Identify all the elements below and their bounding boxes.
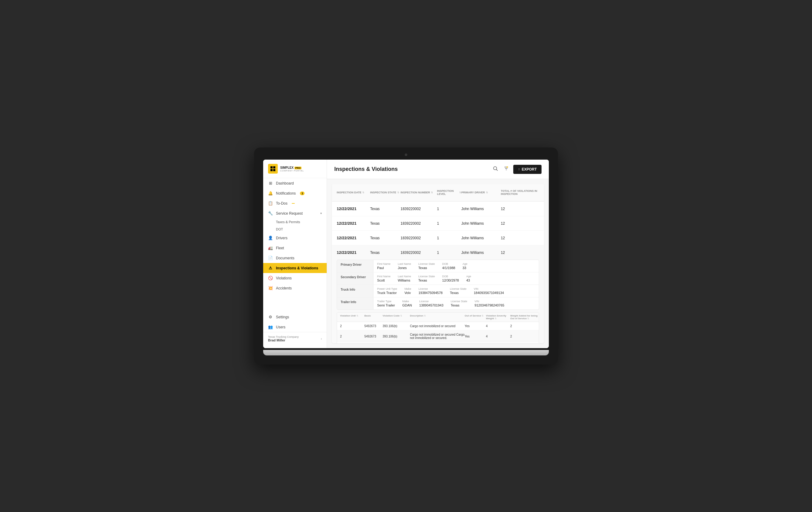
sidebar-item-drivers[interactable]: 👤 Drivers (263, 233, 327, 243)
sidebar-item-settings[interactable]: ⚙ Settings (263, 312, 327, 322)
service-request-arrow: ▾ (320, 211, 322, 215)
search-button[interactable] (491, 165, 499, 174)
secondary-driver-age: Age 43 (466, 275, 471, 282)
v-sort-desc: ⇅ (424, 315, 426, 317)
sort-icon-date: ⇅ (362, 191, 365, 194)
logo-name: SIMPLEX PRO (280, 166, 304, 170)
sidebar-item-drivers-label: Drivers (276, 236, 288, 240)
violation-row[interactable]: 2 5492673 393.106(b) Cargo not immobiliz… (337, 331, 539, 342)
sidebar-item-documents[interactable]: 📄 Documents (263, 253, 327, 263)
accidents-icon: 💥 (268, 286, 273, 290)
trailer-type: Trailer Type Semi Trailer (377, 300, 395, 307)
expanded-detail: Primary Driver First Name Paul Last Name… (332, 260, 544, 343)
sidebar-item-violations[interactable]: 🚫 Violations (263, 273, 327, 283)
v-cell-basic-2: 5492673 (365, 335, 383, 338)
cell-state-3: Texas (370, 236, 401, 240)
trailer-info-label: Trailer Info (337, 297, 374, 310)
cell-number-3: 1839220002 (401, 236, 437, 240)
sidebar-item-todos[interactable]: 📋 To-Dos (263, 198, 327, 208)
v-cell-basic-1: 5492673 (365, 324, 383, 328)
v-cell-severity-2: 4 (486, 335, 510, 338)
truck-license-state: License State Texas (450, 287, 466, 294)
sort-icon-level: ⇅ (459, 191, 461, 194)
sidebar-item-notifications[interactable]: 🔔 Notifications 1 (263, 188, 327, 198)
table-row[interactable]: 12/22/2021 Texas 1839220002 1 John Willi… (332, 231, 544, 245)
service-request-icon: 🔧 (268, 211, 273, 216)
v-cell-code-2: 393.106(b) (383, 335, 410, 338)
sidebar-item-service-request-label: Service Request (276, 211, 303, 216)
sort-icon-number: ⇅ (431, 191, 433, 194)
v-sort-severity: ⇅ (495, 317, 497, 319)
sidebar-item-users[interactable]: 👥 Users (263, 322, 327, 332)
v-th-basic: Basic (365, 314, 383, 320)
logo-icon (268, 164, 278, 174)
export-icon: ↑ (518, 167, 520, 171)
taxes-permits-label: Taxes & Permits (276, 220, 300, 224)
sidebar-item-dashboard[interactable]: ⊞ Dashboard (263, 178, 327, 188)
table-row-expanded[interactable]: 12/22/2021 Texas 1839220002 1 John Willi… (332, 245, 544, 260)
sidebar-item-documents-label: Documents (276, 256, 294, 260)
user-footer[interactable]: Texas Trucking Company Brad Miller › (263, 332, 327, 345)
v-th-severity: Violation Severity Weight ⇅ (486, 314, 510, 320)
sidebar-item-service-request[interactable]: 🔧 Service Request ▾ (263, 208, 327, 218)
sort-icon-state: ⇅ (397, 191, 399, 194)
sidebar-item-taxes-permits[interactable]: Taxes & Permits (263, 218, 327, 226)
cell-date-2: 12/22/2021 (337, 221, 370, 226)
v-cell-wadded-2: 2 (510, 335, 539, 338)
filter-button[interactable] (502, 165, 510, 174)
sidebar-item-inspections[interactable]: ⚠ Inspections & Violations (263, 263, 327, 273)
secondary-driver-label: Secondary Driver (337, 273, 374, 285)
secondary-driver-row: Secondary Driver First Name Scott Last N… (337, 273, 539, 285)
v-sort-weight-added: ⇅ (527, 317, 529, 319)
trailer-info-row: Trailer Info Trailer Type Semi Trailer M… (337, 297, 539, 310)
sidebar-item-accidents[interactable]: 💥 Accidents (263, 283, 327, 293)
svg-rect-2 (270, 169, 272, 171)
sidebar-item-inspections-label: Inspections & Violations (276, 266, 318, 270)
th-level: Inspection Level ⇅ (437, 187, 461, 199)
sidebar-item-fleet[interactable]: 🚛 Fleet (263, 243, 327, 253)
sidebar-item-dot[interactable]: DOT (263, 226, 327, 233)
inspections-icon: ⚠ (268, 266, 273, 270)
user-footer-text: Texas Trucking Company Brad Miller (268, 335, 299, 342)
violation-row[interactable]: 2 5492673 393.106(b) Immobilized or secu… (337, 342, 539, 343)
v-cell-oos-2: Yes (465, 335, 486, 338)
v-cell-code-1: 393.106(b) (383, 324, 410, 328)
sidebar-item-dashboard-label: Dashboard (276, 181, 294, 186)
v-th-oos: Out of Service ⇅ (465, 314, 486, 320)
export-button[interactable]: ↑ EXPORT (513, 165, 542, 174)
cell-violations-1: 12 (501, 207, 544, 211)
nav-bottom: ⚙ Settings 👥 Users Texas Trucking Compan… (263, 312, 327, 345)
cell-driver-1: John Williams (461, 207, 501, 211)
user-company: Texas Trucking Company (268, 335, 299, 338)
header-actions: ↑ EXPORT (491, 165, 542, 174)
trailer-make: Make GDAN (402, 300, 412, 307)
primary-driver-fields: First Name Paul Last Name Jones License … (374, 260, 539, 272)
main-header: Inspections & Violations (327, 160, 549, 179)
sidebar-item-todos-label: To-Dos (276, 201, 288, 205)
truck-info-row: Truck Info Power Unit Type Truck Tractor… (337, 285, 539, 297)
v-cell-desc-2: Cargo not immobilized or secured Cargo n… (410, 333, 465, 340)
violation-row[interactable]: 2 5492673 393.106(b) Cargo not immobiliz… (337, 322, 539, 331)
primary-driver-license-state: License State Texas (418, 262, 435, 270)
sidebar-logo: SIMPLEX PRO COMPANY PORTAL (263, 160, 327, 178)
table-row[interactable]: 12/22/2021 Texas 1839220002 1 John Willi… (332, 216, 544, 231)
v-cell-unit-1: 2 (340, 324, 365, 328)
notifications-icon: 🔔 (268, 191, 273, 196)
users-icon: 👥 (268, 325, 273, 329)
dot-label: DOT (276, 227, 283, 231)
cell-violations-3: 12 (501, 236, 544, 240)
cell-state-4: Texas (370, 251, 401, 255)
laptop-frame: SIMPLEX PRO COMPANY PORTAL ⊞ Dashboard 🔔… (254, 147, 558, 365)
sidebar-item-users-label: Users (276, 325, 285, 329)
laptop-screen: SIMPLEX PRO COMPANY PORTAL ⊞ Dashboard 🔔… (263, 160, 549, 348)
violations-icon: 🚫 (268, 276, 273, 280)
v-sort-oos: ⇅ (482, 315, 484, 317)
sidebar-item-notifications-label: Notifications (276, 191, 296, 196)
v-th-unit: Violation Unit ⇅ (340, 314, 365, 320)
cell-state-1: Texas (370, 207, 401, 211)
secondary-driver-firstname: First Name Scott (377, 275, 390, 282)
v-cell-oos-1: Yes (465, 324, 486, 328)
svg-point-9 (506, 167, 508, 168)
table-row[interactable]: 12/22/2021 Texas 1839220002 1 John Willi… (332, 202, 544, 216)
th-number: Inspection Number ⇅ (401, 187, 437, 199)
